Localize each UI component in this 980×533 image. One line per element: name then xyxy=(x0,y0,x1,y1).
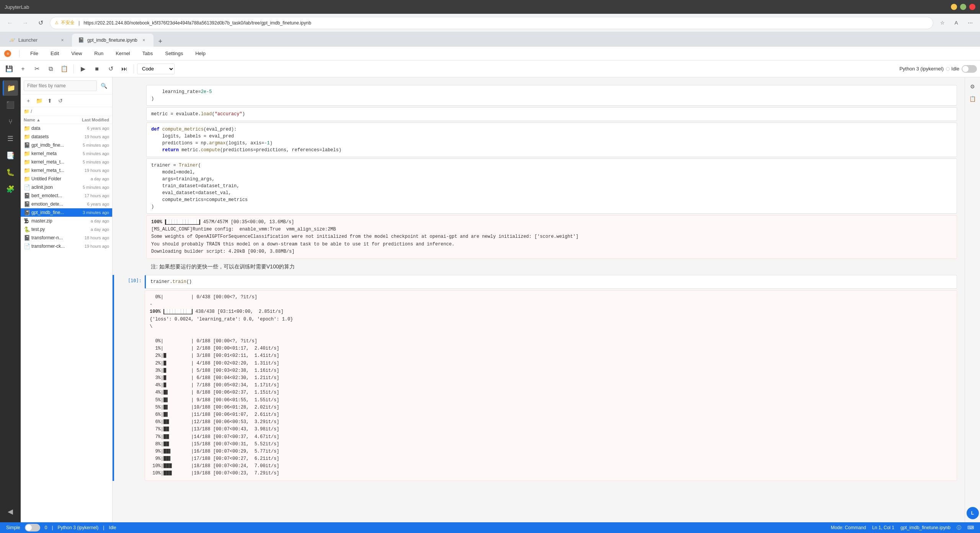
tab-notebook-close[interactable]: × xyxy=(140,37,147,44)
interrupt-button[interactable]: ■ xyxy=(91,63,103,75)
minimize-button[interactable]: − xyxy=(951,4,957,10)
file-path-home-icon: 📁 xyxy=(24,109,29,114)
file-time-12: a day ago xyxy=(67,227,109,232)
new-tab-button[interactable]: + xyxy=(155,36,166,47)
tab-launcher[interactable]: 🪐 Launcher × xyxy=(3,34,72,47)
cell-3[interactable]: def compute_metrics(eval_pred): logits, … xyxy=(146,123,957,157)
menu-kernel[interactable]: Kernel xyxy=(113,49,133,58)
sidebar-icon-files[interactable]: 📁 xyxy=(3,80,18,96)
menu-view[interactable]: View xyxy=(68,49,85,58)
file-search-button[interactable]: 🔍 xyxy=(98,80,109,91)
file-item-0[interactable]: 📁data6 years ago xyxy=(21,124,112,132)
cell-1-content: learning_rate=2e-5 ) xyxy=(147,85,957,105)
sidebar-icon-commands[interactable]: ☰ xyxy=(3,131,18,146)
sidebar-icon-debug[interactable]: 🐛 xyxy=(3,165,18,180)
close-button[interactable]: × xyxy=(969,4,975,10)
translate-button[interactable]: A xyxy=(950,17,962,29)
cell-type-select[interactable]: Code Markdown Raw xyxy=(137,64,175,74)
file-item-9[interactable]: 📓emotion_dete...6 years ago xyxy=(21,200,112,208)
cell-6[interactable]: trainer.train() xyxy=(145,275,957,289)
cell-4-container: trainer = Trainer( model=model, args=tra… xyxy=(113,159,965,259)
file-time-14: 19 hours ago xyxy=(67,244,109,249)
file-item-3[interactable]: 📁kernel_meta5 minutes ago xyxy=(21,149,112,158)
file-list-col-name[interactable]: Name ▲ xyxy=(24,118,67,122)
add-cell-button[interactable]: + xyxy=(17,63,29,75)
cell-6-body: trainer.train() 0%| | 0/438 [00:00<?, ?i… xyxy=(145,275,965,481)
reload-button[interactable]: ↺ xyxy=(34,17,47,29)
run-cell-button[interactable]: ▶ xyxy=(77,63,89,75)
file-search-input[interactable] xyxy=(24,80,97,91)
cell-2-body: metric = evaluate.load("accuracy") xyxy=(146,107,965,121)
file-name-2: gpt_imdb_fine... xyxy=(31,142,67,148)
paste-cell-button[interactable]: 📋 xyxy=(58,63,70,75)
new-file-button[interactable]: + xyxy=(24,96,33,105)
sidebar-icon-git[interactable]: ⑂ xyxy=(3,114,18,129)
cell-4-indicator xyxy=(113,159,116,259)
right-sidebar-btn-1[interactable]: ⚙ xyxy=(967,80,979,93)
file-item-1[interactable]: 📁datasets19 hours ago xyxy=(21,132,112,141)
menu-file[interactable]: File xyxy=(27,49,41,58)
restart-run-button[interactable]: ⏭ xyxy=(118,63,131,75)
file-item-10[interactable]: 📓gpt_imdb_fine...3 minutes ago xyxy=(21,208,112,217)
file-item-12[interactable]: 🐍test.pya day ago xyxy=(21,225,112,234)
file-item-14[interactable]: 📄transformer-ck...19 hours ago xyxy=(21,242,112,250)
cell-5-indicator xyxy=(113,260,116,273)
menu-run[interactable]: Run xyxy=(91,49,106,58)
file-item-2[interactable]: 📓gpt_imdb_fine...5 minutes ago xyxy=(21,141,112,149)
toolbar-sep-1 xyxy=(74,64,74,74)
refresh-button[interactable]: ↺ xyxy=(56,96,65,105)
simple-mode-status-toggle[interactable] xyxy=(25,524,40,531)
file-time-4: 5 minutes ago xyxy=(67,160,109,164)
menu-settings[interactable]: Settings xyxy=(162,49,186,58)
file-item-5[interactable]: 📁kernel_meta_t...19 hours ago xyxy=(21,166,112,175)
right-sidebar-btn-2[interactable]: 📋 xyxy=(967,93,979,105)
menu-bar: ⚙ File Edit View Run Kernel Tabs Setting… xyxy=(0,47,980,60)
file-item-8[interactable]: 📓bert_emotect...17 hours ago xyxy=(21,191,112,200)
sidebar-icon-extensions[interactable]: 🧩 xyxy=(3,181,18,197)
restart-button[interactable]: ↺ xyxy=(105,63,117,75)
new-folder-button[interactable]: 📁 xyxy=(34,96,44,105)
status-cell-label: | xyxy=(52,525,53,530)
file-icon-13: 📓 xyxy=(24,235,31,241)
file-item-6[interactable]: 📁Untitled Foldera day ago xyxy=(21,175,112,183)
back-button[interactable]: ← xyxy=(4,17,16,29)
simple-mode-toggle[interactable] xyxy=(962,65,977,73)
maximize-button[interactable]: □ xyxy=(960,4,966,10)
user-avatar[interactable]: L xyxy=(967,507,979,519)
toolbar-sep-2 xyxy=(134,64,134,74)
file-path: 📁 / xyxy=(21,107,112,116)
file-list-col-modified[interactable]: Last Modified xyxy=(67,118,109,122)
save-button[interactable]: 💾 xyxy=(3,63,15,75)
sidebar-icon-notebook[interactable]: 📑 xyxy=(3,148,18,163)
nav-actions: ☆ A ⋯ xyxy=(936,17,976,29)
cell-6-prompt: [10]: xyxy=(114,275,145,481)
cell-1[interactable]: learning_rate=2e-5 ) xyxy=(146,85,957,106)
tab-notebook[interactable]: 📓 gpt_imdb_finetune.ipynb × xyxy=(72,34,154,47)
security-warning-text: 不安全 xyxy=(61,20,75,26)
cell-5-markdown[interactable]: 注: 如果想要运行的更快一些，可以在训练时需要V100的算力 xyxy=(146,260,957,273)
menu-tabs[interactable]: Tabs xyxy=(139,49,156,58)
bookmarks-button[interactable]: ☆ xyxy=(936,17,949,29)
menu-edit[interactable]: Edit xyxy=(47,49,62,58)
forward-button[interactable]: → xyxy=(19,17,31,29)
cell-5-prompt xyxy=(116,260,146,273)
cell-6-content: trainer.train() xyxy=(146,275,957,288)
file-item-11[interactable]: 🗜master.zipa day ago xyxy=(21,217,112,225)
cell-2[interactable]: metric = evaluate.load("accuracy") xyxy=(146,107,957,121)
tab-launcher-close[interactable]: × xyxy=(59,37,66,44)
file-item-13[interactable]: 📓transformer-n...18 hours ago xyxy=(21,234,112,242)
cell-4[interactable]: trainer = Trainer( model=model, args=tra… xyxy=(146,159,957,214)
sidebar-icon-collapse[interactable]: ◀ xyxy=(3,504,18,519)
file-icon-7: 📄 xyxy=(24,184,31,190)
cut-cell-button[interactable]: ✂ xyxy=(31,63,43,75)
file-item-4[interactable]: 📁kernel_meta_t...5 minutes ago xyxy=(21,158,112,166)
copy-cell-button[interactable]: ⧉ xyxy=(44,63,57,75)
cell-2-content: metric = evaluate.load("accuracy") xyxy=(147,108,957,121)
menu-help[interactable]: Help xyxy=(192,49,209,58)
upload-button[interactable]: ⬆ xyxy=(45,96,54,105)
browser-titlebar: JupyterLab − □ × xyxy=(0,0,980,14)
url-bar[interactable]: ⚠ 不安全 | https://202.201.244.80/notebook_… xyxy=(50,17,933,29)
sidebar-icon-running[interactable]: ⬛ xyxy=(3,97,18,113)
browser-menu-button[interactable]: ⋯ xyxy=(964,17,976,29)
file-item-7[interactable]: 📄aclinit.json5 minutes ago xyxy=(21,183,112,191)
